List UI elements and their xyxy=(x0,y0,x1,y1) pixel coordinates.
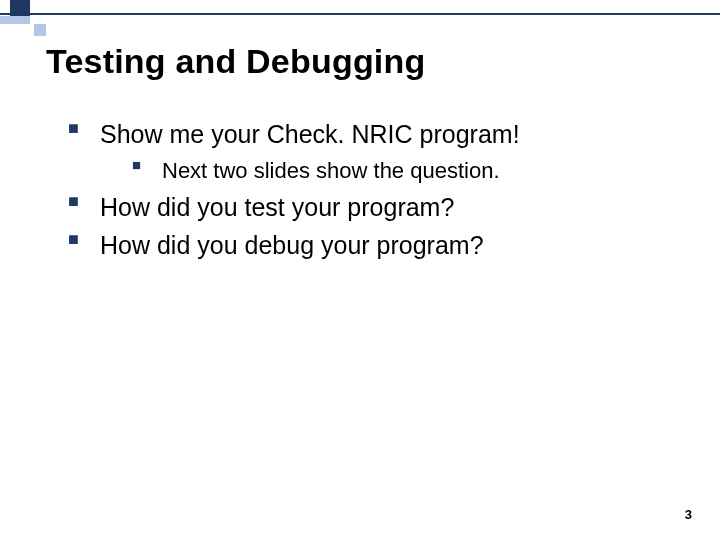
sub-bullet-text: Next two slides show the question. xyxy=(162,158,500,183)
bullet-text: How did you debug your program? xyxy=(100,231,484,259)
bullet-text: Show me your Check. NRIC program! xyxy=(100,120,520,148)
bullet-item: How did you debug your program? xyxy=(68,229,680,263)
page-number: 3 xyxy=(685,507,692,522)
bullet-item: How did you test your program? xyxy=(68,191,680,225)
bullet-text: How did you test your program? xyxy=(100,193,454,221)
slide-title: Testing and Debugging xyxy=(46,42,425,81)
decoration-bar xyxy=(0,16,30,24)
decoration-square-small xyxy=(34,24,46,36)
bullet-item: Show me your Check. NRIC program! Next t… xyxy=(68,118,680,185)
sub-bullet-item: Next two slides show the question. xyxy=(132,156,680,186)
slide-body: Show me your Check. NRIC program! Next t… xyxy=(68,118,680,267)
decoration-rule xyxy=(0,13,720,15)
